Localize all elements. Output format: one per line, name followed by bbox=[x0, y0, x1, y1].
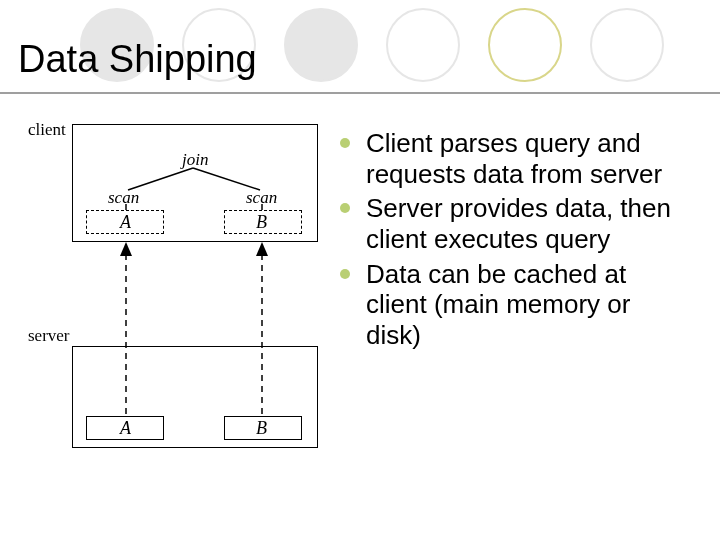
diagram-lines bbox=[28, 120, 328, 480]
bullet-item: Client parses query and requests data fr… bbox=[340, 128, 678, 189]
svg-marker-5 bbox=[120, 242, 132, 256]
page-title: Data Shipping bbox=[18, 38, 257, 81]
content-area: client join scan scan A B server A B bbox=[0, 120, 720, 500]
svg-line-1 bbox=[193, 168, 260, 190]
title-underline bbox=[0, 92, 720, 94]
circle-icon bbox=[284, 8, 358, 82]
bullet-list: Client parses query and requests data fr… bbox=[340, 120, 700, 500]
svg-marker-7 bbox=[256, 242, 268, 256]
bullet-item: Server provides data, then client execut… bbox=[340, 193, 678, 254]
circle-icon bbox=[488, 8, 562, 82]
circle-icon bbox=[590, 8, 664, 82]
bullet-item: Data can be cached at client (main memor… bbox=[340, 259, 678, 351]
svg-line-0 bbox=[128, 168, 193, 190]
diagram: client join scan scan A B server A B bbox=[0, 120, 340, 500]
circle-icon bbox=[386, 8, 460, 82]
